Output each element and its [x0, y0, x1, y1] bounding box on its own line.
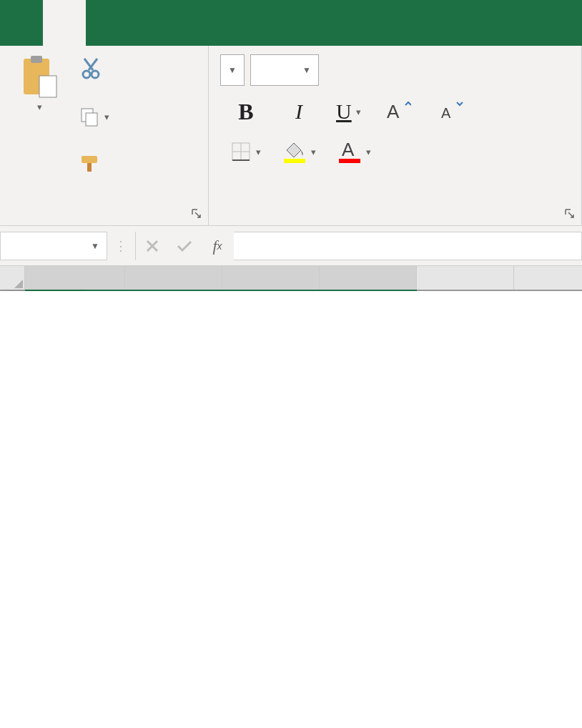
svg-rect-1: [31, 56, 42, 63]
chevron-down-icon: ▼: [228, 65, 237, 75]
check-icon: [176, 239, 193, 253]
svg-point-4: [92, 71, 99, 78]
cut-button[interactable]: [76, 54, 112, 82]
chevron-down-icon: ▾: [356, 107, 361, 117]
chevron-down-icon: ▾: [104, 112, 109, 122]
fill-color-button[interactable]: ▾: [282, 140, 316, 163]
svg-text:A: A: [342, 140, 355, 160]
spreadsheet-grid: ▼: [0, 266, 582, 291]
copy-button[interactable]: ▾: [76, 104, 112, 129]
tab-page-layout[interactable]: [129, 0, 172, 46]
tab-file[interactable]: [0, 0, 43, 46]
group-label-clipboard: [0, 194, 208, 225]
grip-vertical-icon[interactable]: ⋮: [107, 238, 135, 254]
italic-button[interactable]: I: [283, 96, 315, 127]
dialog-launcher-icon[interactable]: [564, 208, 576, 220]
font-size-combo[interactable]: ▼: [250, 54, 319, 86]
format-painter-button[interactable]: [76, 152, 112, 176]
increase-font-icon: A: [385, 101, 411, 122]
borders-icon: [230, 141, 252, 162]
formula-bar: ▼ ⋮ fx: [0, 226, 582, 266]
chevron-down-icon: ▼: [91, 241, 99, 251]
svg-rect-16: [339, 159, 360, 163]
ribbon-tabs: [0, 0, 582, 46]
cancel-formula-button[interactable]: [135, 232, 168, 260]
dialog-launcher-icon[interactable]: [191, 208, 202, 220]
tab-insert[interactable]: [86, 0, 129, 46]
grow-font-button[interactable]: A: [383, 96, 414, 127]
group-label-font: [209, 194, 581, 225]
chevron-down-icon: ▾: [37, 102, 42, 112]
bold-button[interactable]: B: [230, 96, 262, 127]
insert-function-button[interactable]: fx: [201, 237, 234, 255]
paintbrush-icon: [79, 153, 103, 174]
x-icon: [145, 239, 159, 253]
underline-button[interactable]: U ▾: [336, 99, 361, 124]
font-color-icon: A: [337, 140, 362, 163]
group-font: ▼ ▼ B I U ▾ A: [209, 46, 582, 225]
ribbon: ▾ ▾: [0, 46, 582, 226]
clipboard-icon: [18, 54, 61, 99]
column-header[interactable]: [24, 266, 124, 290]
tab-home[interactable]: [43, 0, 86, 46]
formula-input[interactable]: [234, 232, 582, 260]
paint-bucket-icon: [282, 140, 307, 163]
chevron-down-icon: ▾: [366, 147, 371, 157]
column-header[interactable]: [222, 266, 319, 290]
column-header[interactable]: [124, 266, 222, 290]
tab-formulas[interactable]: [172, 0, 214, 46]
select-all-cell[interactable]: [0, 266, 24, 290]
enter-formula-button[interactable]: [168, 232, 201, 260]
svg-rect-14: [284, 159, 305, 163]
svg-rect-6: [86, 113, 97, 126]
chevron-down-icon: ▼: [302, 65, 311, 75]
decrease-font-icon: A: [438, 101, 464, 122]
svg-point-3: [83, 71, 90, 78]
svg-rect-7: [82, 156, 97, 163]
font-name-combo[interactable]: ▼: [220, 54, 245, 86]
borders-button[interactable]: ▾: [230, 141, 261, 162]
chevron-down-icon: ▾: [311, 147, 316, 157]
column-header[interactable]: [513, 266, 582, 290]
svg-text:A: A: [441, 105, 451, 121]
name-box[interactable]: ▼: [0, 232, 107, 260]
shrink-font-button[interactable]: A: [435, 96, 467, 127]
scissors-icon: [79, 56, 103, 80]
column-header[interactable]: [319, 266, 416, 290]
font-color-button[interactable]: A ▾: [337, 140, 371, 163]
svg-text:A: A: [387, 101, 400, 122]
copy-icon: [79, 106, 100, 127]
chevron-down-icon: ▾: [256, 147, 261, 157]
group-clipboard: ▾ ▾: [0, 46, 209, 225]
svg-rect-2: [39, 76, 56, 97]
tab-data[interactable]: [552, 0, 582, 46]
paste-button[interactable]: ▾: [7, 54, 71, 112]
column-header[interactable]: [416, 266, 513, 290]
